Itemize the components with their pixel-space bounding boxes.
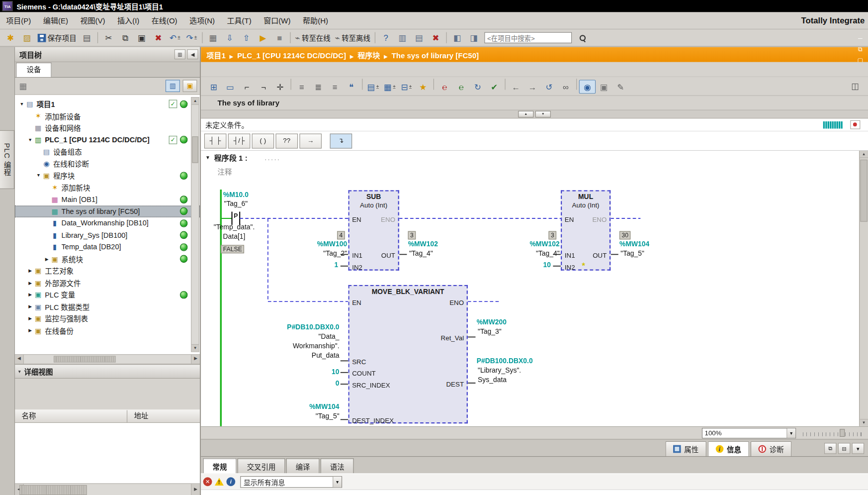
menu-插入(I)[interactable]: 插入(I) — [111, 16, 146, 25]
constant-operand[interactable]: 0 — [319, 380, 339, 388]
upload-from-device-icon[interactable]: ⇧ — [238, 31, 255, 45]
tree-filter-icon[interactable]: ▦ — [15, 79, 31, 93]
delete-icon[interactable]: ✖ — [150, 31, 167, 45]
jump-forward-icon[interactable]: → — [524, 80, 540, 94]
align-justify-icon[interactable]: ≡ — [327, 80, 343, 94]
collapse-interface-icon[interactable]: ▼ — [535, 111, 551, 117]
chevron-down-icon[interactable]: ▼ — [786, 428, 795, 438]
scroll-down-icon[interactable]: ▼ — [191, 344, 198, 351]
tab-编译[interactable]: 编译 — [286, 458, 320, 473]
collapse-arrow-icon[interactable]: ▼ — [26, 137, 33, 142]
p-edge-contact[interactable]: P — [233, 212, 239, 220]
accessible-devices-icon[interactable]: ? — [378, 31, 394, 45]
expand-arrow-icon[interactable]: ▶ — [43, 257, 50, 262]
scroll-up-icon[interactable]: ▲ — [860, 151, 868, 158]
minimize-button[interactable]: ─ — [854, 32, 866, 43]
menu-帮助(H)[interactable]: 帮助(H) — [297, 16, 334, 25]
tree-item[interactable]: ▦The sys of library [FC50] — [15, 205, 200, 217]
operand-tag[interactable]: "Tag_4" — [512, 249, 560, 258]
close-branch-icon[interactable]: ¬ — [255, 80, 271, 94]
menu-项目(P)[interactable]: 项目(P) — [0, 16, 37, 25]
operand-tag[interactable]: Workmanship". — [257, 342, 340, 350]
operand-display-icon[interactable]: ▤± — [365, 80, 381, 94]
scrollbar-thumb[interactable] — [860, 160, 867, 222]
split-editor-icon[interactable]: ◫ — [847, 79, 864, 93]
print-icon[interactable]: ▤ — [79, 31, 95, 45]
monitoring-toggle-icon[interactable]: ◉ — [579, 80, 596, 94]
snapshot-icon[interactable]: ▣ — [596, 80, 612, 94]
constant-operand[interactable]: 10 — [531, 261, 551, 270]
float-button[interactable]: ⧉ — [854, 43, 866, 54]
tree-item[interactable]: ▼▤项目1✓ — [15, 98, 200, 110]
menu-视图(V)[interactable]: 视图(V) — [74, 16, 111, 25]
tree-item[interactable]: ▮Temp_data [DB20] — [15, 241, 200, 253]
operand-address[interactable]: %MW102 — [512, 240, 560, 248]
open-project-icon[interactable]: ▨ — [19, 31, 35, 45]
tab-devices[interactable]: 设备 — [16, 63, 51, 77]
tree-item[interactable]: ▶▣PLC 数据类型 — [15, 300, 200, 312]
operand-tag[interactable]: "Tag_5" — [257, 412, 340, 421]
remove-item-icon[interactable]: ✖ — [428, 31, 444, 45]
tree-item[interactable]: ▮Data_Workmanship [DB10] — [15, 217, 200, 229]
collapse-panel-arrow-icon[interactable]: ◀ — [187, 49, 198, 59]
operand-tag[interactable]: "Data_ — [257, 333, 340, 341]
operand-address[interactable]: %MW104 — [619, 240, 649, 248]
plc-programming-side-tab[interactable]: PLC 编程 — [0, 130, 14, 189]
operand-address[interactable]: %MW104 — [257, 403, 340, 411]
compile-icon[interactable]: ▦ — [205, 31, 221, 45]
tree-item[interactable]: ▶▣系统块 — [15, 253, 200, 265]
download-to-device-icon[interactable]: ⇩ — [221, 31, 238, 45]
open-branch-icon[interactable]: ⌐ — [239, 80, 255, 94]
dock-tab-info[interactable]: i信息 — [708, 441, 749, 456]
insert-network-icon[interactable]: ⊞ — [205, 80, 222, 94]
expand-arrow-icon[interactable]: ▶ — [26, 292, 33, 297]
cut-icon[interactable]: ✂ — [100, 31, 117, 45]
tree-item[interactable]: ▼▥PLC_1 [CPU 1214C DC/DC/DC]✓ — [15, 134, 200, 146]
expand-arrow-icon[interactable]: ▶ — [26, 328, 33, 333]
keep-layout-icon[interactable]: ▤ — [411, 31, 427, 45]
comment-toggle-icon[interactable]: ❝ — [343, 80, 359, 94]
zoom-slider[interactable] — [803, 430, 863, 436]
warning-filter-icon[interactable] — [215, 478, 224, 486]
column-view-icon[interactable]: ▥ — [166, 80, 180, 92]
consistency-icon[interactable]: ✔ — [486, 80, 503, 94]
zoom-slider-thumb[interactable] — [840, 429, 845, 437]
expand-arrow-icon[interactable]: ▶ — [26, 316, 33, 321]
empty-box-tool[interactable]: ?? — [276, 133, 298, 148]
scrollbar-thumb[interactable] — [192, 136, 198, 163]
panel-menu-icon[interactable]: ▾ — [852, 443, 864, 454]
go-offline-button[interactable]: ⌁转至离线 — [333, 31, 372, 45]
operand-tag[interactable]: Put_data — [257, 351, 340, 360]
detail-h-scrollbar[interactable]: ◀ ▶ — [15, 484, 200, 495]
network-compress-icon[interactable]: ⊟± — [398, 80, 415, 94]
tree-item[interactable]: ▶▣外部源文件 — [15, 277, 200, 289]
sub-block[interactable]: SUB Auto (Int) EN ENO IN1 IN2 OUT — [348, 190, 399, 271]
prev-error-icon[interactable]: ℮ — [436, 80, 452, 94]
operand-tag[interactable]: "Tag_5" — [620, 249, 644, 258]
tree-h-scrollbar[interactable]: ◀ ▶ — [15, 354, 200, 364]
message-filter-select[interactable]: 显示所有消息 ▼ — [240, 476, 342, 488]
scroll-right-icon[interactable]: ▶ — [191, 355, 200, 364]
tree-view-options-icon[interactable]: ▥ — [174, 49, 185, 59]
tree-item[interactable]: ◉在线和诊断 — [15, 158, 200, 170]
expand-arrow-icon[interactable]: ▶ — [26, 281, 33, 286]
tree-scrollbar[interactable]: ▲ ▼ — [191, 97, 199, 352]
block-mode[interactable]: Auto (Int) — [562, 201, 609, 209]
operand-address[interactable]: %MW100 — [299, 240, 347, 248]
scroll-up-icon[interactable]: ▲ — [191, 98, 198, 104]
tree-item[interactable]: ✶添加新块 — [15, 182, 200, 194]
favorites-icon[interactable]: ★ — [415, 80, 431, 94]
coil-tool[interactable]: ( ) — [252, 133, 274, 148]
search-in-project-icon[interactable] — [574, 31, 591, 45]
mul-block[interactable]: MUL Auto (Int) EN ENO IN1 IN2 OUT * — [561, 190, 610, 271]
stop-cpu-icon[interactable]: ■ — [271, 31, 288, 45]
tree-item[interactable]: ▶▣工艺对象 — [15, 265, 200, 277]
expand-arrow-icon[interactable]: ▶ — [26, 304, 33, 309]
tree-item[interactable]: ▶▣PLC 变量 — [15, 289, 200, 300]
show-editors-icon[interactable]: ▥ — [394, 31, 411, 45]
info-filter-icon[interactable]: i — [226, 477, 235, 486]
contact-no-tool[interactable]: ┤ ├ — [204, 133, 227, 148]
tree-item[interactable]: ▼▣程序块 — [15, 170, 200, 182]
menu-在线(O)[interactable]: 在线(O) — [146, 16, 183, 25]
operand-tag[interactable]: Sys_data — [478, 376, 507, 384]
